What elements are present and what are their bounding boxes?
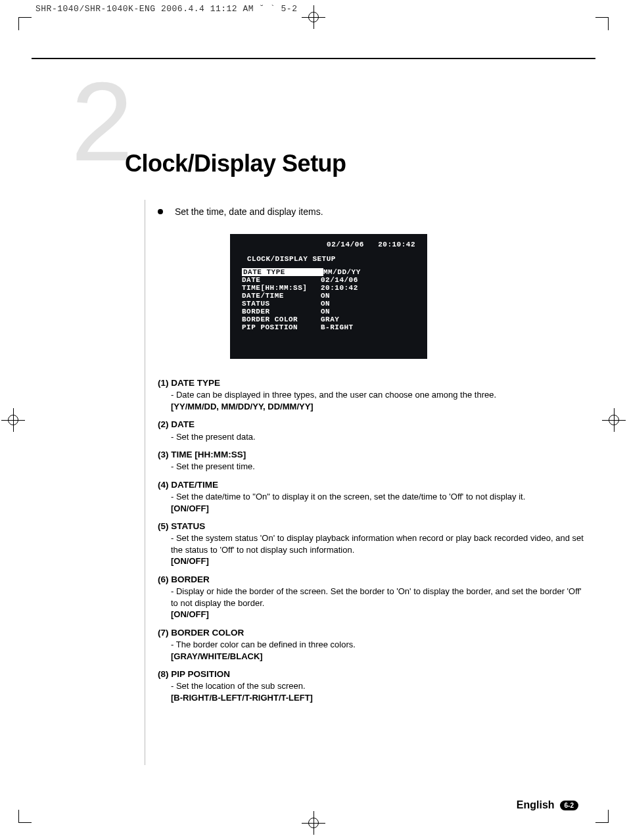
osd-row-value: ON	[321, 300, 330, 308]
osd-row-value: ON	[321, 292, 330, 300]
osd-row: TIME[HH:MM:SS]20:10:42	[242, 284, 415, 292]
osd-row-value: MM/DD/YY	[323, 268, 361, 276]
osd-row: BORDERON	[242, 308, 415, 315]
osd-row: DATE TYPEMM/DD/YY	[242, 268, 415, 276]
osd-row-value: GRAY	[321, 315, 339, 323]
item-options: [ON/OFF]	[171, 555, 588, 567]
osd-row: DATE/TIMEON	[242, 292, 415, 300]
osd-row-label: PIP POSITION	[242, 323, 321, 331]
guide-vertical-line	[145, 200, 145, 765]
item-heading: (1) DATE TYPE	[158, 377, 588, 389]
item-body: - Set the date/time to "On" to display i…	[171, 491, 588, 503]
item-body: - Set the system status 'On' to display …	[171, 532, 588, 555]
intro-line: Set the time, date and display items.	[158, 206, 323, 217]
item-heading: (4) DATE/TIME	[158, 479, 588, 491]
bullet-icon	[158, 209, 163, 214]
registration-mark-left	[1, 408, 25, 432]
item-options: [ON/OFF]	[171, 503, 588, 515]
print-header: SHR-1040/SHR-1040K-ENG 2006.4.4 11:12 AM…	[35, 4, 297, 14]
osd-header: 02/14/06 20:10:42	[242, 241, 415, 248]
item-options: [ON/OFF]	[171, 609, 588, 620]
osd-row-label: TIME[HH:MM:SS]	[242, 284, 321, 292]
description-item: (7) BORDER COLOR- The border color can b…	[158, 627, 588, 662]
osd-preview: 02/14/06 20:10:42 CLOCK/DISPLAY SETUP DA…	[230, 234, 427, 359]
osd-row-label: DATE TYPE	[242, 268, 323, 276]
item-body: - The border color can be defined in thr…	[171, 639, 588, 651]
item-body: - Set the present time.	[171, 461, 588, 473]
osd-row: BORDER COLORGRAY	[242, 315, 415, 323]
footer-page-badge: 6-2	[560, 801, 578, 810]
osd-row-value: 02/14/06	[321, 276, 358, 284]
item-body: - Set the location of the sub screen.	[171, 680, 588, 692]
osd-header-date: 02/14/06	[327, 241, 364, 248]
description-item: (5) STATUS- Set the system status 'On' t…	[158, 521, 588, 567]
osd-rows: DATE TYPEMM/DD/YYDATE02/14/06TIME[HH:MM:…	[242, 268, 415, 331]
intro-text: Set the time, date and display items.	[175, 206, 323, 217]
item-heading: (3) TIME [HH:MM:SS]	[158, 449, 588, 461]
item-heading: (6) BORDER	[158, 574, 588, 586]
description-list: (1) DATE TYPE- Date can be displayed in …	[158, 377, 588, 711]
item-options: [B-RIGHT/B-LEFT/T-RIGHT/T-LEFT]	[171, 692, 588, 704]
description-item: (8) PIP POSITION- Set the location of th…	[158, 668, 588, 703]
osd-title: CLOCK/DISPLAY SETUP	[247, 255, 415, 263]
item-options: [GRAY/WHITE/BLACK]	[171, 651, 588, 663]
description-item: (4) DATE/TIME- Set the date/time to "On"…	[158, 479, 588, 514]
item-heading: (2) DATE	[158, 419, 588, 431]
osd-row-label: BORDER COLOR	[242, 315, 321, 323]
osd-row-value: 20:10:42	[321, 284, 358, 292]
osd-row-label: STATUS	[242, 300, 321, 308]
osd-row-value: B-RIGHT	[321, 323, 354, 331]
item-body: - Date can be displayed in three types, …	[171, 389, 588, 401]
osd-header-time: 20:10:42	[378, 241, 415, 248]
description-item: (2) DATE- Set the present data.	[158, 419, 588, 442]
osd-row-label: DATE/TIME	[242, 292, 321, 300]
item-heading: (8) PIP POSITION	[158, 668, 588, 680]
description-item: (1) DATE TYPE- Date can be displayed in …	[158, 377, 588, 412]
item-heading: (5) STATUS	[158, 521, 588, 532]
crop-mark-tr	[595, 17, 609, 30]
item-body: - Set the present data.	[171, 431, 588, 443]
item-heading: (7) BORDER COLOR	[158, 627, 588, 639]
item-options: [YY/MM/DD, MM/DD/YY, DD/MM/YY]	[171, 401, 588, 413]
registration-mark-bottom	[302, 811, 325, 835]
osd-row-label: DATE	[242, 276, 321, 284]
registration-mark-top	[302, 5, 325, 29]
crop-mark-br	[595, 810, 609, 823]
chapter-title: Clock/Display Setup	[125, 150, 346, 177]
osd-row: DATE02/14/06	[242, 276, 415, 284]
chapter-number: 2	[71, 66, 133, 177]
registration-mark-right	[602, 408, 626, 432]
page-footer: English 6-2	[517, 799, 578, 811]
osd-row-label: BORDER	[242, 308, 321, 315]
osd-row: STATUSON	[242, 300, 415, 308]
osd-row-value: ON	[321, 308, 330, 315]
osd-row: PIP POSITIONB-RIGHT	[242, 323, 415, 331]
description-item: (6) BORDER- Display or hide the border o…	[158, 574, 588, 620]
footer-language: English	[517, 799, 555, 811]
crop-mark-bl	[18, 810, 32, 823]
crop-mark-tl	[18, 17, 32, 30]
description-item: (3) TIME [HH:MM:SS]- Set the present tim…	[158, 449, 588, 473]
item-body: - Display or hide the border of the scre…	[171, 586, 588, 609]
